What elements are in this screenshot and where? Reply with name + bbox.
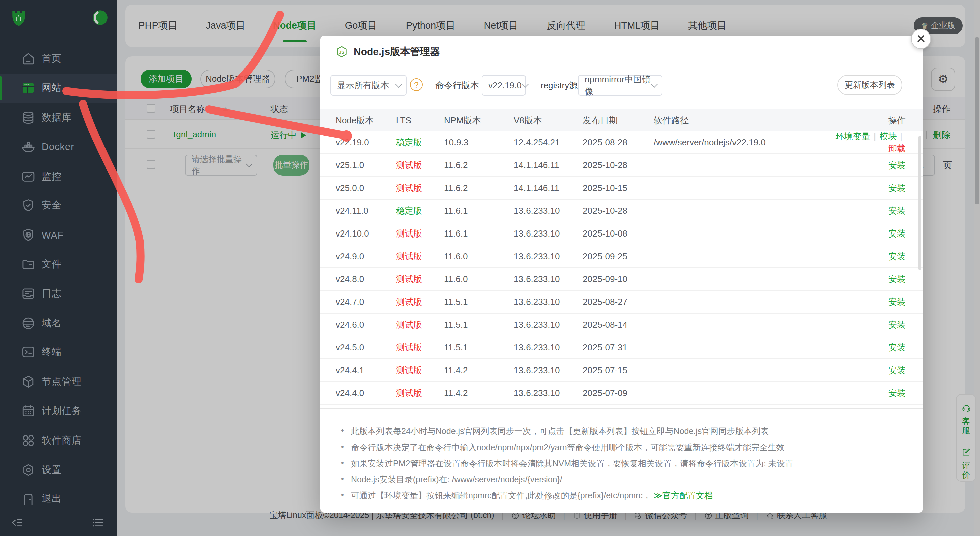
version-row-v24.8.0: v24.8.0测试版11.6.013.6.233.102025-09-10安装 — [320, 268, 923, 291]
action-link-模块[interactable]: 模块 — [879, 131, 897, 141]
action-link-安装[interactable]: 安装 — [888, 319, 906, 329]
version-cell: 2025-09-10 — [583, 274, 654, 284]
version-row-v24.11.0: v24.11.0稳定版11.6.113.6.233.102025-10-28安装 — [320, 200, 923, 223]
version-cell: 2025-10-15 — [583, 183, 654, 193]
official-doc-link[interactable]: ≫官方配置文档 — [654, 491, 713, 501]
version-cell: 11.6.2 — [444, 183, 514, 193]
version-cell: 13.6.233.10 — [514, 206, 583, 216]
version-cell: 13.6.233.10 — [514, 388, 583, 398]
modal-close-button[interactable] — [911, 29, 931, 49]
registry-select[interactable]: npmmirror中国镜像 — [578, 75, 662, 96]
version-cell: v24.5.0 — [336, 342, 396, 352]
action-link-安装[interactable]: 安装 — [888, 183, 906, 192]
cli-version-select[interactable]: v22.19.0 — [482, 75, 526, 96]
action-link-安装[interactable]: 安装 — [888, 205, 906, 215]
version-cell: 11.6.0 — [444, 274, 514, 284]
action-link-安装[interactable]: 安装 — [888, 160, 906, 170]
version-col-header: Node版本 — [336, 114, 396, 126]
version-cell: 2025-07-09 — [583, 388, 654, 398]
version-cell: v24.6.0 — [336, 320, 396, 330]
version-cell: 稳定版 — [396, 136, 444, 148]
version-cell: 11.6.1 — [444, 229, 514, 239]
version-cell: 2025-07-31 — [583, 342, 654, 352]
version-actions: 安装 — [828, 159, 923, 171]
modal-title: Node.js版本管理器 — [354, 45, 440, 58]
version-col-header: V8版本 — [514, 114, 583, 126]
bt-panel-screen: 首页 网站 数据库 Docker 监控 安全 WAF 文件 日志 域名 终端 节… — [0, 0, 980, 536]
action-link-安装[interactable]: 安装 — [888, 365, 906, 375]
version-cell: v25.1.0 — [336, 160, 396, 170]
version-table-header: Node版本LTSNPM版本V8版本发布日期软件路径操作 — [320, 109, 923, 131]
action-link-安装[interactable]: 安装 — [888, 274, 906, 284]
version-cell: 11.6.0 — [444, 251, 514, 261]
version-actions: 安装 — [828, 182, 923, 194]
version-cell: 10.9.3 — [444, 137, 514, 147]
help-icon[interactable]: ? — [410, 78, 423, 91]
version-actions: 环境变量|模块|卸载 — [828, 131, 923, 154]
version-row-v25.0.0: v25.0.0测试版11.6.214.1.146.112025-10-15安装 — [320, 177, 923, 200]
version-cell: v24.4.0 — [336, 388, 396, 398]
version-cell: 测试版 — [396, 182, 444, 194]
version-cell: 13.6.233.10 — [514, 251, 583, 261]
version-cell: 测试版 — [396, 387, 444, 399]
version-cell: v24.8.0 — [336, 274, 396, 284]
chevron-down-icon — [395, 81, 402, 88]
cli-version-label: 命令行版本 — [435, 80, 479, 92]
update-version-list-button[interactable]: 更新版本列表 — [837, 75, 902, 95]
version-cell: 13.6.233.10 — [514, 274, 583, 284]
action-link-安装[interactable]: 安装 — [888, 342, 906, 352]
version-cell: 测试版 — [396, 250, 444, 262]
version-cell: v24.10.0 — [336, 229, 396, 239]
action-link-卸载[interactable]: 卸载 — [888, 143, 906, 153]
version-row-v25.1.0: v25.1.0测试版11.6.214.1.146.112025-10-28安装 — [320, 154, 923, 177]
chevron-down-icon — [651, 81, 658, 88]
version-col-header: 发布日期 — [583, 114, 654, 126]
version-cell: 测试版 — [396, 159, 444, 171]
version-actions: 安装 — [828, 250, 923, 262]
version-row-v24.7.0: v24.7.0测试版11.5.113.6.233.102025-08-27安装 — [320, 291, 923, 313]
version-cell: 测试版 — [396, 273, 444, 285]
version-cell: 2025-10-08 — [583, 229, 654, 239]
version-cell: 2025-10-28 — [583, 206, 654, 216]
version-table-body: v22.19.0稳定版10.9.312.4.254.212025-08-28/w… — [320, 131, 923, 409]
version-cell: 稳定版 — [396, 205, 444, 217]
nodejs-version-manager-modal: JS Node.js版本管理器 显示所有版本 ? 命令行版本 v22.19.0 … — [320, 35, 923, 512]
registry-label: registry源 — [541, 80, 578, 92]
modal-note: Node.js安装目录(prefix)在: /www/server/nodejs… — [351, 474, 562, 486]
version-cell: v24.11.0 — [336, 206, 396, 216]
action-separator: | — [900, 131, 902, 141]
version-cell: 14.1.146.11 — [514, 160, 583, 170]
version-row-v24.4.1: v24.4.1测试版11.4.213.6.233.102025-07-15安装 — [320, 359, 923, 382]
version-cell: 11.4.2 — [444, 388, 514, 398]
action-separator: | — [873, 131, 876, 141]
version-col-header: 软件路径 — [654, 114, 828, 126]
table-scrollbar-thumb[interactable] — [918, 136, 921, 270]
version-cell: 2025-10-28 — [583, 160, 654, 170]
version-cell: 11.5.1 — [444, 342, 514, 352]
version-actions: 安装 — [828, 318, 923, 331]
version-cell: 12.4.254.21 — [514, 137, 583, 147]
version-cell: 13.6.233.10 — [514, 320, 583, 330]
version-row-v24.4.0: v24.4.0测试版11.4.213.6.233.102025-07-09安装 — [320, 382, 923, 405]
action-link-环境变量[interactable]: 环境变量 — [835, 131, 870, 141]
version-row-v24.9.0: v24.9.0测试版11.6.013.6.233.102025-09-25安装 — [320, 245, 923, 268]
version-cell: v25.0.0 — [336, 183, 396, 193]
version-cell: v22.19.0 — [336, 137, 396, 147]
action-link-安装[interactable]: 安装 — [888, 296, 906, 307]
version-col-header: 操作 — [828, 114, 923, 126]
action-link-安装[interactable]: 安装 — [888, 251, 906, 261]
version-filter-select[interactable]: 显示所有版本 — [330, 75, 407, 96]
version-col-header: LTS — [396, 115, 444, 125]
version-cell: 测试版 — [396, 227, 444, 240]
modal-note: 命令行版本决定了在命令行中输入node/npm/npx/pm2/yarn等命令使… — [351, 442, 785, 453]
action-link-安装[interactable]: 安装 — [888, 228, 906, 238]
version-cell: 13.6.233.10 — [514, 365, 583, 375]
action-link-安装[interactable]: 安装 — [888, 388, 906, 398]
version-actions: 安装 — [828, 296, 923, 308]
version-cell: 测试版 — [396, 296, 444, 308]
version-actions: 安装 — [828, 205, 923, 217]
version-filter-value: 显示所有版本 — [337, 80, 389, 91]
modal-note: 此版本列表每24小时与Node.js官网列表同步一次，可点击【更新版本列表】按钮… — [351, 426, 768, 437]
version-cell: 2025-08-14 — [583, 320, 654, 330]
version-row-v22.19.0: v22.19.0稳定版10.9.312.4.254.212025-08-28/w… — [320, 131, 923, 154]
